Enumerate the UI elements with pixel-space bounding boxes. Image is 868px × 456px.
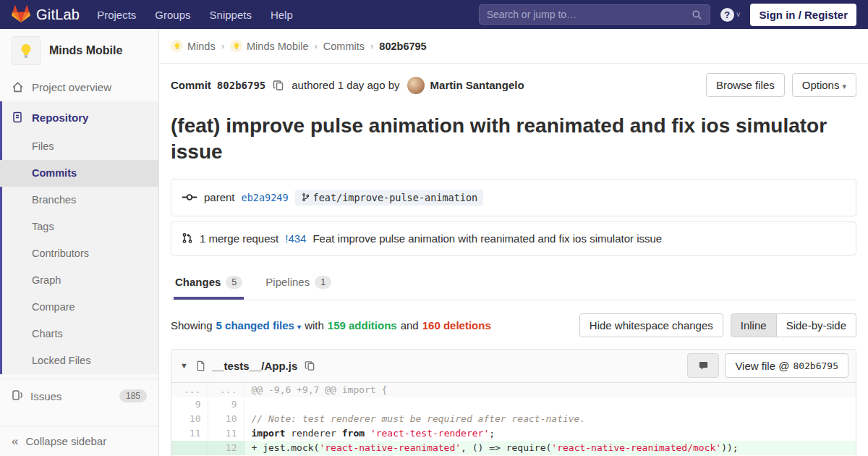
file-diff-header: ▼ __tests__/App.js bbox=[171, 350, 856, 383]
search-box[interactable] bbox=[479, 4, 710, 25]
commit-tabs: Changes 5 Pipelines 1 bbox=[171, 267, 856, 300]
parent-label: parent bbox=[204, 191, 235, 203]
copy-icon bbox=[305, 360, 315, 371]
nav-link-groups[interactable]: Groups bbox=[155, 9, 190, 21]
project-avatar bbox=[12, 36, 41, 65]
repository-section: Repository Files Commits Branches Tags C… bbox=[0, 101, 158, 374]
author-name[interactable]: Martin Santangelo bbox=[430, 79, 524, 91]
merge-request-icon bbox=[182, 232, 193, 244]
file-path[interactable]: __tests__/App.js bbox=[212, 360, 297, 372]
help-icon: ? bbox=[720, 8, 734, 22]
nav-link-help[interactable]: Help bbox=[271, 9, 293, 21]
sidebar-item-issues[interactable]: Issues 185 bbox=[0, 379, 158, 413]
toggle-comments-button[interactable] bbox=[687, 353, 719, 378]
code-line bbox=[244, 397, 856, 412]
diff-table-body: ......@@ -9,6 +9,7 @@ import {991010// N… bbox=[171, 383, 856, 456]
lightbulb-icon bbox=[17, 42, 35, 59]
new-line-number[interactable]: 12 bbox=[208, 441, 244, 455]
diff-row: ......@@ -9,6 +9,7 @@ import { bbox=[171, 383, 856, 397]
branch-ref-badge[interactable]: feat/improve-pulse-animation bbox=[295, 190, 484, 206]
sidebar-item-repository[interactable]: Repository bbox=[0, 101, 158, 133]
old-line-number[interactable]: 9 bbox=[171, 397, 208, 412]
new-line-number[interactable]: 11 bbox=[208, 426, 244, 441]
chevron-down-icon: ▾ bbox=[297, 323, 301, 331]
sidebar-item-locked-files[interactable]: Locked Files bbox=[0, 347, 158, 374]
gitlab-logo[interactable]: GitLab bbox=[12, 5, 80, 24]
options-dropdown-button[interactable]: Options▾ bbox=[792, 73, 856, 97]
sidebar-item-contributors[interactable]: Contributors bbox=[0, 240, 158, 267]
deletions-count: 160 deletions bbox=[422, 319, 491, 332]
project-header[interactable]: Minds Mobile bbox=[0, 29, 158, 72]
changed-files-dropdown[interactable]: 5 changed files ▾ bbox=[216, 319, 302, 332]
collapse-file-caret-icon[interactable]: ▼ bbox=[179, 360, 190, 371]
help-menu[interactable]: ? ˅ bbox=[720, 8, 741, 22]
copy-file-path-button[interactable] bbox=[303, 360, 317, 371]
old-line-number[interactable]: 10 bbox=[171, 412, 208, 426]
breadcrumb-separator: › bbox=[314, 41, 317, 51]
mr-title: Feat improve pulse animation with reanim… bbox=[312, 232, 662, 245]
sidebar-item-label: Project overview bbox=[32, 81, 111, 93]
sidebar-item-project-overview[interactable]: Project overview bbox=[0, 72, 158, 101]
chevron-down-icon: ▾ bbox=[842, 82, 846, 90]
lightbulb-icon bbox=[173, 42, 182, 51]
mr-count-text: 1 merge request bbox=[200, 232, 278, 245]
sign-in-register-button[interactable]: Sign in / Register bbox=[750, 4, 856, 26]
search-icon bbox=[692, 9, 702, 20]
collapse-sidebar-button[interactable]: « Collapse sidebar bbox=[0, 426, 158, 456]
new-line-number[interactable]: ... bbox=[208, 383, 244, 397]
mr-ref-link[interactable]: !434 bbox=[285, 232, 306, 245]
browse-files-button[interactable]: Browse files bbox=[706, 73, 785, 97]
sidebar-item-branches[interactable]: Branches bbox=[0, 187, 158, 214]
angle-double-left-icon: « bbox=[12, 434, 18, 449]
diff-table: ......@@ -9,6 +9,7 @@ import {991010// N… bbox=[171, 383, 856, 456]
diff-row: 12+ jest.mock('react-native-reanimated',… bbox=[171, 441, 856, 455]
breadcrumb-current-sha: 802b6795 bbox=[379, 41, 426, 52]
project-name: Minds Mobile bbox=[49, 44, 122, 57]
code-line: @@ -9,6 +9,7 @@ import { bbox=[244, 383, 856, 397]
comment-bubble-icon bbox=[698, 360, 709, 371]
commit-meta-row: Commit 802b6795 authored 1 day ago by Ma… bbox=[171, 73, 856, 97]
tab-pipelines[interactable]: Pipelines 1 bbox=[264, 267, 333, 300]
sidebar-item-commits[interactable]: Commits bbox=[0, 160, 158, 187]
code-line: import renderer from 'react-test-rendere… bbox=[244, 426, 856, 441]
nav-link-snippets[interactable]: Snippets bbox=[210, 9, 252, 21]
branch-name: feat/improve-pulse-animation bbox=[313, 192, 478, 203]
sidebar-item-compare[interactable]: Compare bbox=[0, 294, 158, 321]
breadcrumb-item-minds[interactable]: Minds bbox=[171, 40, 216, 52]
copy-commit-sha-button[interactable] bbox=[271, 80, 286, 91]
nav-link-projects[interactable]: Projects bbox=[97, 9, 136, 21]
inline-view-button[interactable]: Inline bbox=[731, 313, 777, 337]
sidebar-item-tags[interactable]: Tags bbox=[0, 214, 158, 240]
main-content: Minds › Minds Mobile › Commits › 802b679… bbox=[159, 29, 868, 456]
old-line-number[interactable] bbox=[171, 441, 208, 455]
new-line-number[interactable]: 10 bbox=[208, 412, 244, 426]
copy-icon bbox=[273, 80, 284, 91]
top-navbar: GitLab Projects Groups Snippets Help ? ˅… bbox=[0, 0, 868, 29]
sidebar-item-graph[interactable]: Graph bbox=[0, 267, 158, 294]
hide-whitespace-button[interactable]: Hide whitespace changes bbox=[579, 313, 723, 337]
group-avatar bbox=[171, 40, 183, 52]
issues-count-badge: 185 bbox=[119, 389, 147, 402]
file-icon bbox=[195, 360, 206, 371]
new-line-number[interactable]: 9 bbox=[208, 397, 244, 412]
breadcrumb-item-commits[interactable]: Commits bbox=[323, 41, 365, 52]
sidebar-item-charts[interactable]: Charts bbox=[0, 321, 158, 347]
search-input[interactable] bbox=[487, 9, 692, 20]
breadcrumb-item-minds-mobile[interactable]: Minds Mobile bbox=[230, 40, 308, 52]
old-line-number[interactable]: ... bbox=[171, 383, 208, 397]
parent-sha-link[interactable]: eb2a9249 bbox=[242, 192, 289, 203]
author-avatar[interactable] bbox=[407, 77, 425, 94]
gitlab-wordmark: GitLab bbox=[36, 7, 80, 23]
doc-text-icon bbox=[12, 111, 25, 124]
old-line-number[interactable]: 11 bbox=[171, 426, 208, 441]
diff-stats-row: Showing 5 changed files ▾ with 159 addit… bbox=[171, 313, 856, 337]
commit-title: (feat) improve pulse animation with rean… bbox=[171, 113, 856, 166]
diff-row: 99 bbox=[171, 397, 856, 412]
side-by-side-view-button[interactable]: Side-by-side bbox=[777, 313, 856, 337]
tab-changes[interactable]: Changes 5 bbox=[174, 267, 244, 300]
changes-count-badge: 5 bbox=[226, 276, 242, 289]
view-file-button[interactable]: View file @ 802b6795 bbox=[725, 353, 848, 378]
gitlab-tanuki-icon bbox=[12, 5, 30, 24]
project-avatar bbox=[230, 40, 242, 52]
sidebar-item-files[interactable]: Files bbox=[0, 133, 158, 160]
